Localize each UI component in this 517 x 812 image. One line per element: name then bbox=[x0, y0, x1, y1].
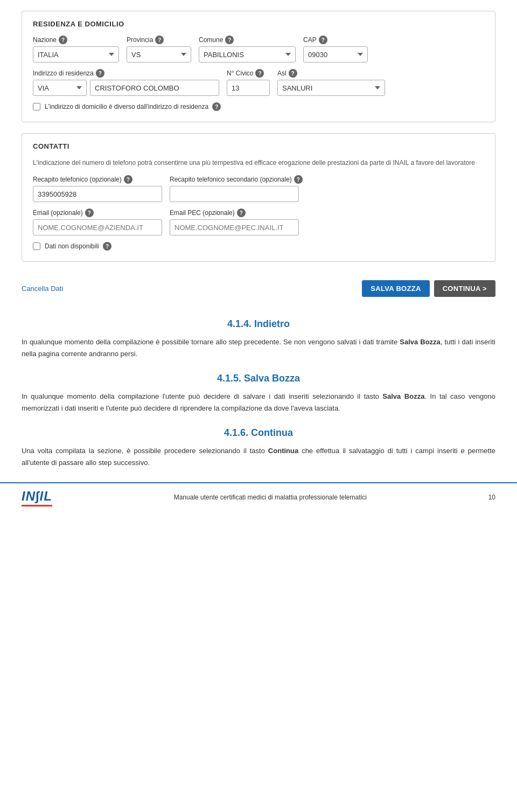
phone-row: Recapito telefonico (opzionale) ? Recapi… bbox=[33, 175, 484, 202]
nazione-group: Nazione ? ITALIA bbox=[33, 36, 119, 63]
action-buttons: SALVA BOZZA CONTINUA > bbox=[362, 280, 495, 297]
page-footer: IN∫IL Manuale utente certificati medici … bbox=[0, 482, 517, 512]
inail-logo-text: IN∫IL bbox=[22, 489, 52, 506]
provincia-group: Provincia ? VS bbox=[127, 36, 191, 63]
inail-logo: IN∫IL bbox=[22, 489, 52, 506]
phone-label: Recapito telefonico (opzionale) ? bbox=[33, 175, 162, 184]
asl-select[interactable]: SANLURI bbox=[277, 80, 385, 96]
dati-checkbox-label: Dati non disponibili ? bbox=[45, 242, 111, 251]
phone2-help-icon[interactable]: ? bbox=[294, 175, 303, 184]
via-name-input[interactable] bbox=[90, 80, 219, 96]
civico-label: N° Civico ? bbox=[227, 69, 270, 78]
comune-select[interactable]: PABILLONIS bbox=[199, 46, 296, 63]
comune-help-icon[interactable]: ? bbox=[225, 36, 234, 44]
cap-group: CAP ? 09030 bbox=[303, 36, 368, 63]
cap-select[interactable]: 09030 bbox=[303, 46, 368, 63]
doc-416-heading: 4.1.6. Continua bbox=[22, 427, 495, 439]
residenza-title: RESIDENZA E DOMICILIO bbox=[33, 20, 484, 28]
phone2-label: Recapito telefonico secondario (opzional… bbox=[170, 175, 303, 184]
doc-415-text: In qualunque momento della compilazione … bbox=[22, 391, 495, 414]
cap-help-icon[interactable]: ? bbox=[319, 36, 327, 44]
contatti-info-text: L'indicazione del numero di telefono pot… bbox=[33, 158, 484, 168]
cancella-button[interactable]: Cancella Dati bbox=[22, 284, 63, 293]
nazione-label: Nazione ? bbox=[33, 36, 119, 44]
salva-bozza-button[interactable]: SALVA BOZZA bbox=[362, 280, 429, 297]
civico-input[interactable] bbox=[227, 80, 270, 96]
doc-414-section: 4.1.4. Indietro In qualunque momento del… bbox=[0, 318, 517, 360]
phone2-group: Recapito telefonico secondario (opzional… bbox=[170, 175, 303, 202]
email-input[interactable] bbox=[33, 219, 162, 235]
provincia-help-icon[interactable]: ? bbox=[155, 36, 164, 44]
doc-416-text: Una volta compilata la sezione, è possib… bbox=[22, 445, 495, 469]
domicilio-help-icon[interactable]: ? bbox=[212, 102, 221, 111]
dati-checkbox[interactable] bbox=[33, 242, 40, 250]
nazione-select[interactable]: ITALIA bbox=[33, 46, 119, 63]
email-group: Email (opzionale) ? bbox=[33, 209, 162, 235]
provincia-select[interactable]: VS bbox=[127, 46, 191, 63]
doc-414-text: In qualunque momento della compilazione … bbox=[22, 336, 495, 360]
comune-group: Comune ? PABILLONIS bbox=[199, 36, 296, 63]
phone-group: Recapito telefonico (opzionale) ? bbox=[33, 175, 162, 202]
doc-415-heading: 4.1.5. Salva Bozza bbox=[22, 373, 495, 384]
asl-group: Asl ? SANLURI bbox=[277, 69, 385, 96]
civico-help-icon[interactable]: ? bbox=[255, 69, 264, 78]
asl-help-icon[interactable]: ? bbox=[289, 69, 297, 78]
domicilio-checkbox[interactable] bbox=[33, 103, 40, 110]
comune-label: Comune ? bbox=[199, 36, 296, 44]
residenza-section: RESIDENZA E DOMICILIO Nazione ? ITALIA P… bbox=[22, 11, 495, 122]
footer-page-number: 10 bbox=[488, 494, 495, 501]
via-type-select[interactable]: VIA bbox=[33, 80, 87, 96]
nazione-help-icon[interactable]: ? bbox=[59, 36, 67, 44]
civico-group: N° Civico ? bbox=[227, 69, 270, 96]
continua-button[interactable]: CONTINUA > bbox=[434, 280, 495, 297]
dati-checkbox-row: Dati non disponibili ? bbox=[33, 242, 484, 251]
address-row-1: Nazione ? ITALIA Provincia ? VS Comune bbox=[33, 36, 484, 63]
doc-416-section: 4.1.6. Continua Una volta compilata la s… bbox=[0, 427, 517, 469]
email-label: Email (opzionale) ? bbox=[33, 209, 162, 217]
domicilio-checkbox-row: L'indirizzo di domicilio è diverso dall'… bbox=[33, 102, 484, 111]
contatti-section: CONTATTI L'indicazione del numero di tel… bbox=[22, 133, 495, 262]
email-pec-group: Email PEC (opzionale) ? bbox=[170, 209, 299, 235]
phone2-input[interactable] bbox=[170, 186, 299, 202]
indirizzo-label: Indirizzo di residenza ? bbox=[33, 69, 219, 78]
email-row: Email (opzionale) ? Email PEC (opzionale… bbox=[33, 209, 484, 235]
email-pec-help-icon[interactable]: ? bbox=[237, 209, 246, 217]
domicilio-checkbox-label: L'indirizzo di domicilio è diverso dall'… bbox=[45, 102, 221, 111]
provincia-label: Provincia ? bbox=[127, 36, 191, 44]
indirizzo-help-icon[interactable]: ? bbox=[96, 69, 104, 78]
doc-414-heading: 4.1.4. Indietro bbox=[22, 318, 495, 330]
contatti-title: CONTATTI bbox=[33, 142, 484, 150]
doc-415-section: 4.1.5. Salva Bozza In qualunque momento … bbox=[0, 373, 517, 414]
asl-label: Asl ? bbox=[277, 69, 385, 78]
indirizzo-group: Indirizzo di residenza ? VIA bbox=[33, 69, 219, 96]
address-row-2: Indirizzo di residenza ? VIA N° Civico ? bbox=[33, 69, 484, 96]
phone-help-icon[interactable]: ? bbox=[124, 175, 132, 184]
action-bar: Cancella Dati SALVA BOZZA CONTINUA > bbox=[22, 273, 495, 302]
footer-center-text: Manuale utente certificati medici di mal… bbox=[52, 494, 488, 501]
email-pec-label: Email PEC (opzionale) ? bbox=[170, 209, 299, 217]
email-help-icon[interactable]: ? bbox=[85, 209, 94, 217]
email-pec-input[interactable] bbox=[170, 219, 299, 235]
dati-help-icon[interactable]: ? bbox=[103, 242, 111, 251]
cap-label: CAP ? bbox=[303, 36, 368, 44]
phone-input[interactable] bbox=[33, 186, 162, 202]
